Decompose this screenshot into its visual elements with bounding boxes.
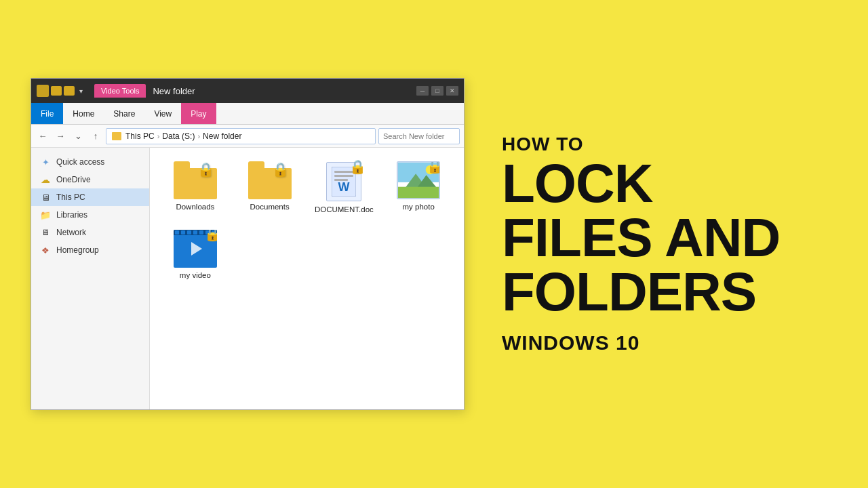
downloads-folder-icon: 🔒 (174, 161, 217, 199)
svg-text:W: W (338, 180, 350, 194)
quickaccess-icon (39, 157, 52, 167)
file-label-my-photo: my photo (402, 203, 434, 211)
film-cell-5 (199, 230, 203, 235)
tab-file[interactable]: File (31, 103, 63, 124)
lock-icon-doc: 🔒 (349, 159, 366, 175)
window-title: New folder (153, 86, 195, 96)
platform-text: WINDOWS 10 (502, 331, 834, 354)
thispc-icon (39, 192, 52, 203)
svg-rect-2 (334, 175, 353, 177)
documents-folder-icon: 🔒 (248, 161, 292, 199)
path-segment-2: Data (S:) (162, 131, 195, 141)
minimize-btn[interactable]: ─ (416, 86, 429, 96)
tab-view[interactable]: View (144, 103, 181, 124)
file-item-my-video[interactable]: 🔒 my video (161, 226, 230, 283)
sidebar: Quick access OneDrive This PC Libraries … (31, 148, 150, 409)
video-tools-tab: Video Tools (94, 84, 146, 98)
up-button[interactable]: ↑ (88, 129, 103, 144)
ribbon-bar: File Home Share View Play (31, 103, 464, 125)
maximize-btn[interactable]: □ (431, 86, 443, 96)
title-line-2: FILES AND (502, 211, 834, 265)
file-label-document-doc: DOCUMENT.doc (315, 205, 374, 214)
my-photo-icon: 🔒 (397, 161, 440, 199)
sidebar-label-onedrive: OneDrive (56, 175, 91, 184)
photo-bg: 🔒 (397, 161, 440, 199)
play-icon (191, 242, 202, 256)
homegroup-icon (39, 245, 52, 256)
sidebar-item-homegroup[interactable]: Homegroup (31, 241, 149, 259)
svg-rect-10 (398, 187, 439, 198)
video-bg: 🔒 (174, 230, 217, 268)
close-btn[interactable]: ✕ (446, 86, 458, 96)
tab-play[interactable]: Play (181, 103, 216, 124)
window-icon-3 (64, 86, 75, 96)
tab-share[interactable]: Share (104, 103, 144, 124)
file-label-documents: Documents (250, 203, 290, 211)
title-bar-icons: ▾ (37, 85, 85, 97)
file-label-downloads: Downloads (176, 203, 214, 211)
sidebar-label-libraries: Libraries (56, 210, 87, 220)
title-line-1: LOCK (502, 157, 834, 211)
address-path[interactable]: This PC › Data (S:) › New folder (106, 128, 376, 144)
document-doc-icon: W 🔒 (323, 161, 364, 202)
sidebar-item-network[interactable]: Network (31, 224, 149, 241)
search-input[interactable] (378, 128, 460, 144)
sidebar-label-homegroup: Homegroup (56, 245, 99, 255)
path-segment-3: New folder (203, 131, 241, 141)
lock-icon-documents: 🔒 (272, 161, 289, 178)
libraries-icon (39, 209, 52, 220)
explorer-window: ▾ Video Tools New folder ─ □ ✕ File Home… (31, 78, 465, 410)
file-item-downloads[interactable]: 🔒 Downloads (161, 157, 230, 218)
sidebar-item-quick-access[interactable]: Quick access (31, 153, 149, 171)
back-button[interactable]: ← (35, 129, 50, 144)
network-icon (39, 227, 52, 238)
film-cell-2 (181, 230, 185, 235)
lock-icon-photo: 🔒 (427, 161, 440, 174)
file-area: 🔒 Downloads 🔒 Documents (150, 148, 464, 409)
title-bar: ▾ Video Tools New folder ─ □ ✕ (31, 79, 464, 103)
sidebar-label-network: Network (56, 228, 86, 237)
sidebar-item-libraries[interactable]: Libraries (31, 206, 149, 224)
film-cell-4 (193, 230, 197, 235)
path-sep-2: › (197, 132, 200, 140)
film-cell (175, 230, 179, 235)
my-video-icon: 🔒 (174, 230, 217, 268)
file-item-document-doc[interactable]: W 🔒 DOCUMENT.doc (310, 157, 379, 218)
file-label-my-video: my video (180, 271, 211, 279)
window-controls: ─ □ ✕ (416, 86, 458, 96)
right-panel: HOW TO LOCK FILES AND FOLDERS WINDOWS 10 (465, 134, 868, 354)
file-item-my-photo[interactable]: 🔒 my photo (384, 157, 453, 218)
forward-button[interactable]: → (53, 129, 68, 144)
lock-icon-video: 🔒 (204, 230, 217, 242)
sidebar-item-onedrive[interactable]: OneDrive (31, 171, 149, 188)
path-sep-1: › (157, 132, 160, 140)
how-to-text: HOW TO (502, 134, 834, 155)
sidebar-label-this-pc: This PC (56, 192, 85, 202)
onedrive-icon (39, 174, 52, 185)
film-cell-3 (187, 230, 191, 235)
doc-bg: W 🔒 (326, 162, 361, 201)
sidebar-item-this-pc[interactable]: This PC (31, 188, 149, 206)
path-segment-1: This PC (125, 131, 155, 141)
window-icon-1 (37, 85, 49, 97)
recent-button[interactable]: ⌄ (71, 129, 85, 144)
lock-icon-downloads: 🔒 (197, 161, 214, 178)
title-line-3: FOLDERS (502, 265, 834, 319)
main-title: LOCK FILES AND FOLDERS (502, 157, 834, 319)
content-area: Quick access OneDrive This PC Libraries … (31, 148, 464, 409)
window-icon-2 (51, 86, 62, 96)
tab-home[interactable]: Home (63, 103, 104, 124)
file-item-documents[interactable]: 🔒 Documents (235, 157, 304, 218)
path-folder-icon (112, 132, 121, 140)
sidebar-label-quick-access: Quick access (56, 157, 104, 167)
address-bar: ← → ⌄ ↑ This PC › Data (S:) › New folder (31, 125, 464, 148)
dropdown-icon: ▾ (77, 87, 85, 95)
